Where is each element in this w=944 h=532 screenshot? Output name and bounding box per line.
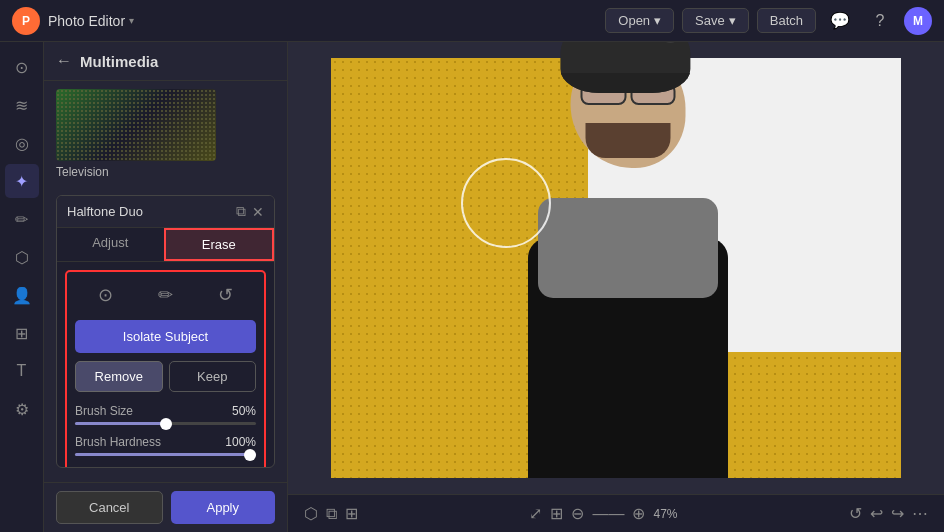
panel-title: Multimedia xyxy=(80,53,158,70)
save-button[interactable]: Save ▾ xyxy=(682,8,749,33)
sidebar-item-effects[interactable]: ✦ xyxy=(5,164,39,198)
sidebar-item-preview[interactable]: ◎ xyxy=(5,126,39,160)
fit-screen-icon[interactable]: ⤢ xyxy=(529,504,542,523)
grid-icon[interactable]: ⊞ xyxy=(345,504,358,523)
beanie xyxy=(560,42,690,93)
sidebar-item-layers[interactable]: ⬡ xyxy=(5,240,39,274)
close-effect-button[interactable]: ✕ xyxy=(252,204,264,220)
cancel-button[interactable]: Cancel xyxy=(56,491,163,524)
user-avatar[interactable]: M xyxy=(904,7,932,35)
zoom-out-icon[interactable]: ⊖ xyxy=(571,504,584,523)
duplicate-icon[interactable]: ⧉ xyxy=(326,505,337,523)
bottom-center-controls: ⤢ ⊞ ⊖ —— ⊕ 47% xyxy=(529,504,677,523)
sidebar-item-filters[interactable]: ≋ xyxy=(5,88,39,122)
erase-icon-row: ⊙ ✏ ↺ xyxy=(75,280,256,310)
erase-brush-icon-button[interactable]: ✏ xyxy=(150,280,181,310)
effect-tabs: Adjust Erase xyxy=(57,228,274,262)
remove-keep-row: Remove Keep xyxy=(75,361,256,392)
keep-button[interactable]: Keep xyxy=(169,361,257,392)
batch-button[interactable]: Batch xyxy=(757,8,816,33)
brush-hardness-label: Brush Hardness xyxy=(75,435,161,449)
brush-hardness-slider[interactable] xyxy=(75,453,256,456)
sidebar-item-frames[interactable]: ⊞ xyxy=(5,316,39,350)
zoom-in-icon[interactable]: ⊕ xyxy=(632,504,645,523)
remove-button[interactable]: Remove xyxy=(75,361,163,392)
apply-button[interactable]: Apply xyxy=(171,491,276,524)
main-area: ⊙ ≋ ◎ ✦ ✏ ⬡ 👤 ⊞ T ⚙ ← Multimedia Televis… xyxy=(0,42,944,532)
canvas-area: ⬡ ⧉ ⊞ ⤢ ⊞ ⊖ —— ⊕ 47% ↺ ↩ ↪ ⋯ xyxy=(288,42,944,532)
zoom-slider[interactable]: —— xyxy=(592,505,624,523)
redo-icon[interactable]: ↪ xyxy=(891,504,904,523)
brush-size-thumb[interactable] xyxy=(160,418,172,430)
app-logo: P xyxy=(12,7,40,35)
expand-icon[interactable]: ⊞ xyxy=(550,504,563,523)
rotate-icon[interactable]: ↺ xyxy=(849,504,862,523)
brush-strength-group: Brush Strength 100% xyxy=(75,466,256,468)
tab-adjust[interactable]: Adjust xyxy=(57,228,164,261)
back-button[interactable]: ← xyxy=(56,52,72,70)
layers-icon[interactable]: ⬡ xyxy=(304,504,318,523)
thumbnail-dots xyxy=(56,89,216,161)
tab-erase[interactable]: Erase xyxy=(164,228,275,261)
thumbnail-label: Television xyxy=(56,165,275,179)
sidebar-item-people[interactable]: 👤 xyxy=(5,278,39,312)
effect-name: Halftone Duo xyxy=(67,204,143,219)
brush-hardness-thumb[interactable] xyxy=(244,449,256,461)
erase-circle-icon-button[interactable]: ⊙ xyxy=(90,280,121,310)
brush-hardness-fill xyxy=(75,453,256,456)
effect-panel-header: Halftone Duo ⧉ ✕ xyxy=(57,196,274,228)
bottom-bar: ⬡ ⧉ ⊞ ⤢ ⊞ ⊖ —— ⊕ 47% ↺ ↩ ↪ ⋯ xyxy=(288,494,944,532)
brush-strength-value: 100% xyxy=(225,466,256,468)
app-title: Photo Editor xyxy=(48,13,125,29)
beard xyxy=(586,123,671,158)
thumbnail-area: Television xyxy=(44,81,287,187)
canvas-container[interactable] xyxy=(288,42,944,494)
bottom-right-controls: ↺ ↩ ↪ ⋯ xyxy=(849,504,928,523)
sidebar-item-text[interactable]: T xyxy=(5,354,39,388)
sidebar-item-brush[interactable]: ✏ xyxy=(5,202,39,236)
brush-size-label: Brush Size xyxy=(75,404,133,418)
undo-icon[interactable]: ↩ xyxy=(870,504,883,523)
brush-size-group: Brush Size 50% xyxy=(75,404,256,425)
sidebar-item-home[interactable]: ⊙ xyxy=(5,50,39,84)
topbar: P Photo Editor ▾ Open ▾ Save ▾ Batch 💬 ?… xyxy=(0,0,944,42)
brush-hardness-group: Brush Hardness 100% xyxy=(75,435,256,456)
brush-hardness-value: 100% xyxy=(225,435,256,449)
erase-reset-icon-button[interactable]: ↺ xyxy=(210,280,241,310)
effect-panel-content: ⊙ ✏ ↺ Isolate Subject Remove Keep B xyxy=(57,262,274,468)
thumbnail-image xyxy=(56,89,216,161)
open-button[interactable]: Open ▾ xyxy=(605,8,674,33)
effect-header-icons: ⧉ ✕ xyxy=(236,203,264,220)
copy-effect-button[interactable]: ⧉ xyxy=(236,203,246,220)
scarf xyxy=(538,198,718,298)
app-title-chevron[interactable]: ▾ xyxy=(129,15,134,26)
photo xyxy=(331,58,901,478)
brush-size-value: 50% xyxy=(232,404,256,418)
panel: ← Multimedia Television Halftone Duo ⧉ ✕… xyxy=(44,42,288,532)
sidebar-item-settings[interactable]: ⚙ xyxy=(5,392,39,426)
brush-strength-label: Brush Strength xyxy=(75,466,155,468)
comment-icon-button[interactable]: 💬 xyxy=(824,5,856,37)
panel-header: ← Multimedia xyxy=(44,42,287,81)
brush-size-slider[interactable] xyxy=(75,422,256,425)
app-title-group: Photo Editor ▾ xyxy=(48,13,134,29)
isolate-subject-button[interactable]: Isolate Subject xyxy=(75,320,256,353)
help-icon-button[interactable]: ? xyxy=(864,5,896,37)
icon-sidebar: ⊙ ≋ ◎ ✦ ✏ ⬡ 👤 ⊞ T ⚙ xyxy=(0,42,44,532)
effect-panel: Halftone Duo ⧉ ✕ Adjust Erase ⊙ ✏ xyxy=(56,195,275,468)
action-row: Cancel Apply xyxy=(44,482,287,532)
more-options-icon[interactable]: ⋯ xyxy=(912,504,928,523)
zoom-level: 47% xyxy=(653,507,677,521)
erase-section: ⊙ ✏ ↺ Isolate Subject Remove Keep B xyxy=(65,270,266,468)
person-body xyxy=(508,108,748,478)
brush-size-fill xyxy=(75,422,166,425)
bottom-left-controls: ⬡ ⧉ ⊞ xyxy=(304,504,358,523)
